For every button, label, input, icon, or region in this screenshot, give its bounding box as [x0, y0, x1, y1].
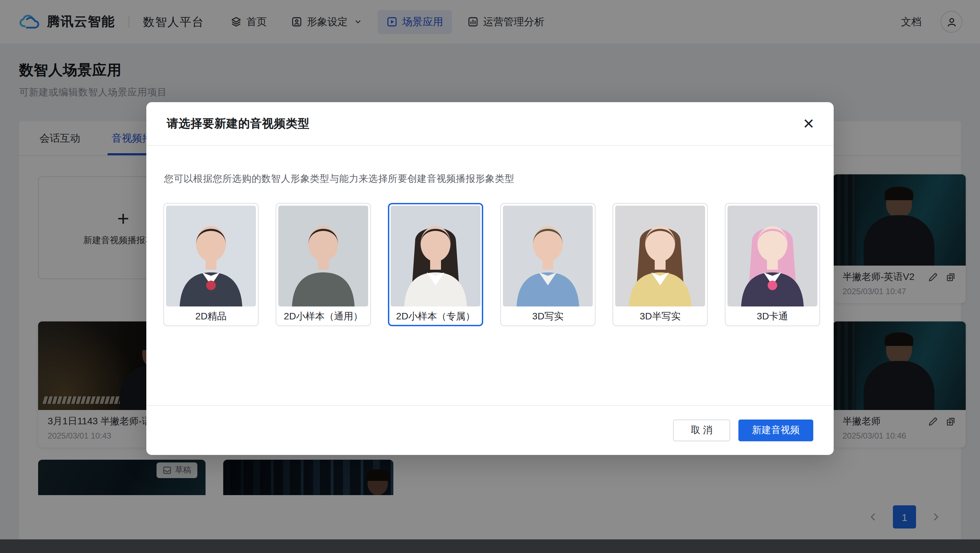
app: 腾讯云智能 数智人平台 首页 形象设定	[0, 0, 980, 553]
avatar-type-label: 2D精品	[164, 311, 258, 323]
avatar-preview	[391, 206, 480, 306]
avatar-type-label: 3D卡通	[725, 311, 819, 323]
select-av-type-dialog: 请选择要新建的音视频类型 ✕ 您可以根据您所选购的数智人形象类型与能力来选择所要…	[146, 102, 834, 455]
create-av-button[interactable]: 新建音视频	[738, 419, 813, 441]
avatar-preview	[166, 206, 256, 306]
avatar-type-card[interactable]: 2D精品	[163, 203, 259, 326]
avatar-type-options: 2D精品 2D小样本（通用）	[163, 203, 834, 326]
close-icon[interactable]: ✕	[800, 114, 817, 134]
avatar-preview	[727, 206, 817, 306]
avatar-type-card[interactable]: 3D半写实	[612, 203, 708, 326]
avatar-type-card[interactable]: 2D小样本（专属）	[388, 203, 483, 326]
dialog-header: 请选择要新建的音视频类型 ✕	[146, 102, 834, 146]
avatar-type-label: 3D写实	[501, 311, 595, 323]
cancel-button[interactable]: 取 消	[673, 419, 730, 441]
avatar-type-label: 2D小样本（通用）	[276, 311, 370, 323]
dialog-title: 请选择要新建的音视频类型	[167, 116, 310, 131]
dialog-footer: 取 消 新建音视频	[146, 405, 834, 455]
avatar-preview	[278, 206, 368, 306]
avatar-type-label: 2D小样本（专属）	[389, 311, 482, 323]
avatar-preview	[503, 206, 593, 306]
avatar-type-card[interactable]: 3D写实	[500, 203, 595, 326]
avatar-type-label: 3D半写实	[613, 311, 707, 323]
avatar-type-card[interactable]: 3D卡通	[725, 203, 820, 326]
avatar-type-card[interactable]: 2D小样本（通用）	[275, 203, 371, 326]
avatar-preview	[615, 206, 705, 306]
dialog-description: 您可以根据您所选购的数智人形象类型与能力来选择所要创建音视频播报形象类型	[164, 173, 816, 185]
